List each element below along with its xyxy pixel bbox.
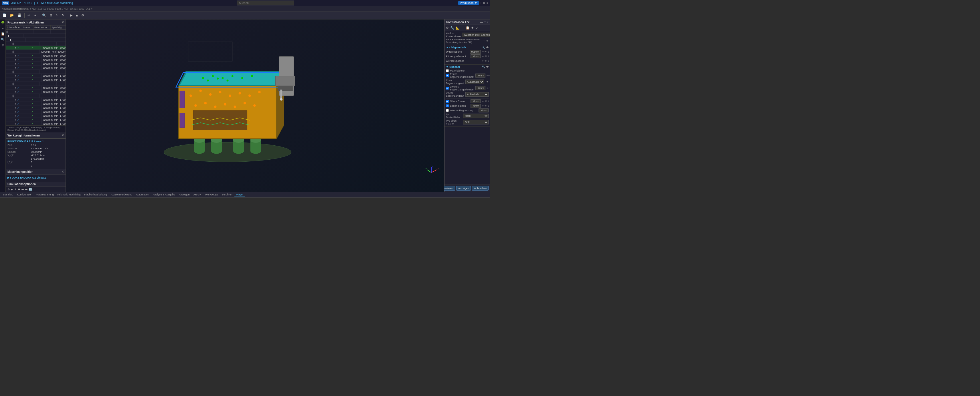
ls-icon-tree[interactable]: 🌳 bbox=[1, 20, 5, 25]
ue-info-icon[interactable]: ℹ bbox=[488, 50, 488, 53]
oe-edit-icon[interactable]: ✏ bbox=[482, 100, 484, 103]
viewport-3d[interactable]: X Y Z bbox=[66, 19, 444, 192]
table-row[interactable]: Konturfräsen Pockets mit Aufm... ✓ ✓ 220… bbox=[6, 98, 65, 102]
sim-icon-7[interactable]: 🔄 bbox=[29, 188, 32, 191]
eb-edit-icon[interactable]: ✏ bbox=[487, 74, 489, 77]
table-row[interactable]: Konturfräsen Facette Seite ✓ ✓ 2000mm_mi… bbox=[6, 62, 65, 66]
rp-maximize-btn[interactable]: □ bbox=[484, 20, 486, 24]
tab-standard[interactable]: Standard bbox=[1, 192, 15, 197]
table-row[interactable]: Konturfräsen Seiten Facette Falz ✓ ✓ 450… bbox=[6, 90, 65, 94]
eb-eye-icon[interactable]: 👁 bbox=[489, 74, 490, 77]
tree-area[interactable]: ▶ Bearbeitungsprogramme_Verhalten... ▶ C… bbox=[6, 30, 65, 125]
werkzeug-close[interactable]: × bbox=[62, 134, 64, 137]
plus-icon[interactable]: + bbox=[480, 2, 482, 5]
toolbar-btn-save[interactable]: 💾 bbox=[16, 13, 23, 18]
table-row[interactable]: Konturfräsen Pockets ✓ ✓ 2200mm_min 1750… bbox=[6, 110, 65, 114]
maschine-close[interactable]: × bbox=[62, 170, 64, 174]
boden-checkbox[interactable] bbox=[446, 105, 449, 107]
sim-icon-3[interactable]: ⏸ bbox=[14, 188, 17, 191]
typ-boden-select[interactable]: Hard bbox=[463, 114, 488, 118]
tab-flaechenbearbeitung[interactable]: Flächenbearbeitung bbox=[83, 192, 109, 197]
table-row[interactable]: Konturfräsen Seiten ✓ ✓ 5000mm_min 17500… bbox=[6, 74, 65, 78]
abbrechen-button[interactable]: Abbrechen bbox=[472, 186, 488, 191]
zweite-begrart-select[interactable]: Außerhalb bbox=[465, 92, 488, 97]
obligatorisch-header[interactable]: ▼ Obligatorisch 🔧 👁 bbox=[446, 46, 488, 49]
zb-eye-icon[interactable]: 👁 bbox=[489, 87, 490, 89]
tab-arvr[interactable]: AR-VR bbox=[191, 192, 203, 197]
sim-icon-4[interactable]: ⏹ bbox=[18, 188, 20, 191]
sim-icon-1[interactable]: ⚙ bbox=[8, 188, 10, 191]
tab-analyse[interactable]: Analyse & Ausgabe bbox=[151, 192, 177, 197]
tab-axiale[interactable]: Axiale Bearbeitung bbox=[109, 192, 134, 197]
zweite-begr-checkbox[interactable] bbox=[446, 87, 449, 89]
obere-ebene-value[interactable]: 8mm bbox=[471, 99, 480, 103]
toolbar-btn-simulate[interactable]: ▶ bbox=[69, 13, 74, 18]
ls-icon-props[interactable]: 📋 bbox=[1, 32, 5, 37]
rp-tool-3[interactable]: 📐 bbox=[455, 26, 460, 30]
machine-name[interactable]: FOOKE ENDURA 711 Linear.1 bbox=[8, 140, 64, 143]
toolbar-btn-settings[interactable]: ⚙ bbox=[80, 13, 86, 18]
toolbar-btn-undo[interactable]: ↩ bbox=[26, 13, 32, 18]
produktion-btn[interactable]: Produktion ▼ bbox=[458, 1, 479, 5]
table-row[interactable]: ▶ Bearbeitungsprogramme_Verhalten... bbox=[6, 30, 65, 34]
modus-select[interactable]: Zwischen zwei Ebenen bbox=[462, 33, 490, 37]
table-row-highlighted[interactable]: Konturfräsen.173 ✓ ✓ 4000mm_min 8000t/mi… bbox=[6, 46, 65, 50]
toolbar-btn-redo[interactable]: ↪ bbox=[32, 13, 38, 18]
zweite-begr-value[interactable]: 0mm bbox=[476, 86, 485, 90]
fu-info-icon[interactable]: ℹ bbox=[488, 55, 488, 58]
ls-icon-layers[interactable]: ≡ bbox=[1, 26, 5, 30]
rp-tool-6[interactable]: 👁 bbox=[471, 26, 474, 30]
table-row[interactable]: Konturfräsen Pockets mit Aufm... ✓ ✓ 220… bbox=[6, 118, 65, 122]
table-row[interactable]: Konturfräsen Planfläche schräg ✓ ✓ 4000m… bbox=[6, 58, 65, 62]
eba-info-icon[interactable]: ▼ bbox=[486, 80, 488, 83]
oblig-icons[interactable]: 🔧 👁 bbox=[482, 46, 488, 49]
bo-edit-icon[interactable]: ✏ bbox=[482, 105, 484, 107]
anzeigen-button[interactable]: Anzeigen bbox=[456, 186, 471, 191]
gear-icon[interactable]: ⚙ bbox=[483, 2, 485, 5]
optional-header[interactable]: ▼ Optional 🔧 👁 bbox=[446, 65, 488, 68]
sim-icon-5[interactable]: ⏮ bbox=[21, 188, 24, 191]
table-row[interactable]: Konturfräsen Pockets mit Aufm... ✓ ✓ 220… bbox=[6, 114, 65, 118]
toolbar-btn-fit[interactable]: ⊞ bbox=[48, 13, 54, 18]
ls-icon-filter[interactable]: ▽ bbox=[1, 43, 5, 48]
wa-info-icon[interactable]: ℹ bbox=[488, 59, 488, 62]
opt-icons[interactable]: 🔧 👁 bbox=[482, 65, 488, 68]
rp-tool-1[interactable]: ⚙ bbox=[445, 26, 449, 30]
bo-info-icon[interactable]: ℹ bbox=[488, 105, 488, 107]
table-row[interactable]: Konturfräsen Seiten ✓ ✓ 5000mm_min 17500… bbox=[6, 78, 65, 82]
rp-tool-7[interactable]: ✓ bbox=[476, 26, 479, 30]
typ-oben-select[interactable]: Soft bbox=[463, 120, 488, 124]
table-row[interactable]: Konturfräsen Pockets ✓ ✓ 2200mm_min 1750… bbox=[6, 122, 65, 125]
tab-beruhren[interactable]: Berühren bbox=[220, 192, 234, 197]
weiche-begr-value[interactable]: 0mm bbox=[479, 108, 488, 113]
table-row[interactable]: Konturfräsen Facette Seite ✓ ✓ 2000mm_mi… bbox=[6, 66, 65, 70]
table-row[interactable]: Konturfräsen Pockets ✓ ✓ 2200mm_min 1750… bbox=[6, 102, 65, 106]
table-row[interactable]: Konturfräsen Planfläche ✓ ✓ 4000mm_min 8… bbox=[6, 54, 65, 58]
table-row[interactable]: ▶ Werkzeugwechsel.1 (NCT T35 MK D... 400… bbox=[6, 50, 65, 54]
wa-eye-icon[interactable]: 👁 bbox=[485, 59, 487, 62]
table-row[interactable]: Konturfräsen Seiten ✓ ✓ 4500mm_min 8000t… bbox=[6, 86, 65, 90]
tab-parametrierung[interactable]: Parametrierung bbox=[34, 192, 56, 197]
rp-close-btn[interactable]: × bbox=[487, 20, 488, 24]
tab-player[interactable]: Player bbox=[234, 192, 245, 197]
maschine-name[interactable]: ▶ FOOKE ENDURA 711 Linear.1 bbox=[8, 176, 64, 179]
ls-icon-search[interactable]: 🔍 bbox=[1, 37, 5, 42]
materialseite-checkbox[interactable] bbox=[446, 69, 449, 72]
search-input[interactable] bbox=[237, 1, 294, 5]
zb-edit-icon[interactable]: ✏ bbox=[487, 87, 489, 89]
fu-edit-icon[interactable]: ✏ bbox=[482, 55, 484, 58]
erste-begrart-select[interactable]: Außerhalb bbox=[465, 80, 485, 84]
tab-automation[interactable]: Automation bbox=[134, 192, 151, 197]
weiche-begr-checkbox[interactable] bbox=[446, 109, 449, 112]
tab-anzeigen[interactable]: Anzeigen bbox=[177, 192, 191, 197]
rp-tool-2[interactable]: 🔧 bbox=[450, 26, 455, 30]
rp-minimize-btn[interactable]: — bbox=[480, 20, 483, 24]
neue-komp-eye[interactable]: 👁 bbox=[486, 40, 488, 42]
erste-begr-checkbox[interactable] bbox=[446, 74, 449, 77]
boden-value[interactable]: 0mm bbox=[471, 104, 480, 108]
sim-icon-6[interactable]: ⏭ bbox=[25, 188, 28, 191]
bo-eye-icon[interactable]: 👁 bbox=[485, 105, 487, 107]
rp-tool-4[interactable]: ↔ bbox=[461, 26, 465, 30]
tab-konfiguration[interactable]: Konfiguration bbox=[16, 192, 34, 197]
obere-ebene-checkbox[interactable] bbox=[446, 100, 449, 103]
